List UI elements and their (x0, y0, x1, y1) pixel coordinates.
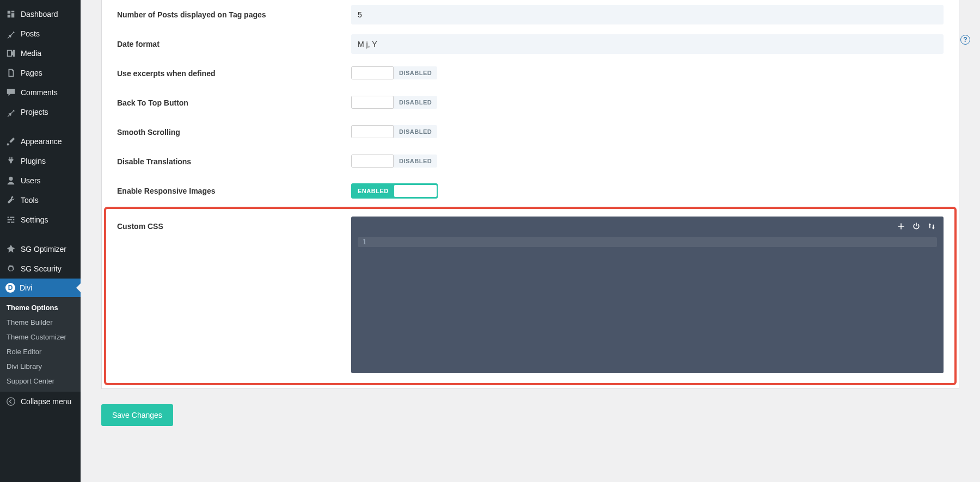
submenu-support-center[interactable]: Support Center (0, 374, 81, 388)
setting-label: Use excerpts when defined (117, 69, 351, 78)
pin-icon (5, 28, 16, 39)
toggle-state: DISABLED (394, 125, 437, 138)
save-changes-button[interactable]: Save Changes (101, 404, 173, 426)
sidebar-item-tools[interactable]: Tools (0, 190, 81, 210)
divi-icon: D (5, 283, 15, 293)
line-number: 1 (358, 237, 370, 247)
plug-icon (5, 156, 16, 166)
setting-back-to-top: Back To Top Button DISABLED (102, 88, 959, 118)
submenu-theme-builder[interactable]: Theme Builder (0, 315, 81, 330)
back-to-top-toggle[interactable]: DISABLED (351, 96, 437, 109)
sidebar-item-projects[interactable]: Projects (0, 102, 81, 122)
sidebar-item-label: Plugins (21, 157, 46, 165)
submenu-theme-options[interactable]: Theme Options (0, 300, 81, 315)
line-content[interactable] (370, 237, 937, 247)
setting-label: Date format (117, 40, 351, 48)
setting-use-excerpts: Use excerpts when defined DISABLED (102, 59, 959, 88)
sidebar-item-sg-optimizer[interactable]: SG Optimizer (0, 239, 81, 259)
pages-icon (5, 67, 16, 78)
sidebar-item-label: Users (21, 176, 41, 185)
sidebar-item-comments[interactable]: Comments (0, 83, 81, 102)
main-content: Number of Posts displayed on Tag pages D… (81, 0, 980, 482)
custom-css-label: Custom CSS (117, 217, 351, 373)
setting-label: Back To Top Button (117, 98, 351, 107)
sidebar-item-label: Dashboard (21, 10, 58, 18)
wrench-icon (5, 195, 16, 206)
setting-label: Smooth Scrolling (117, 128, 351, 137)
sidebar-item-label: Divi (20, 283, 32, 292)
sidebar-item-label: Projects (21, 108, 48, 116)
custom-css-highlight: Custom CSS 1 (104, 207, 957, 385)
media-icon (5, 48, 16, 59)
collapse-menu[interactable]: Collapse menu (0, 392, 81, 411)
sidebar-item-appearance[interactable]: Appearance (0, 132, 81, 151)
submenu-role-editor[interactable]: Role Editor (0, 344, 81, 359)
toggle-state: DISABLED (394, 66, 437, 79)
pin-icon (5, 107, 16, 118)
sidebar-item-label: Comments (21, 88, 58, 97)
sidebar-item-label: Pages (21, 69, 42, 77)
setting-responsive-images: Enable Responsive Images ENABLED (102, 176, 959, 206)
settings-panel: Number of Posts displayed on Tag pages D… (101, 0, 959, 389)
gear-icon (5, 263, 16, 274)
date-format-input[interactable] (351, 34, 944, 54)
sidebar-item-dashboard[interactable]: Dashboard (0, 4, 81, 24)
sidebar-item-label: SG Optimizer (21, 245, 66, 254)
toggle-state: DISABLED (394, 96, 437, 109)
sidebar-item-plugins[interactable]: Plugins (0, 151, 81, 171)
sidebar-item-settings[interactable]: Settings (0, 210, 81, 230)
setting-tag-posts: Number of Posts displayed on Tag pages (102, 0, 959, 29)
sidebar-item-divi[interactable]: D Divi (0, 279, 81, 297)
code-line: 1 (358, 237, 937, 247)
sidebar-item-pages[interactable]: Pages (0, 63, 81, 83)
sidebar-item-label: Media (21, 49, 41, 58)
disable-translations-toggle[interactable]: DISABLED (351, 155, 437, 168)
admin-sidebar: Dashboard Posts Media Pages Comments Pro… (0, 0, 81, 482)
sidebar-item-label: Tools (21, 196, 39, 205)
svg-point-0 (7, 398, 15, 405)
smooth-scrolling-toggle[interactable]: DISABLED (351, 125, 437, 138)
collapse-label: Collapse menu (21, 397, 71, 406)
toggle-state: ENABLED (352, 184, 394, 197)
setting-label: Enable Responsive Images (117, 187, 351, 195)
comment-icon (5, 87, 16, 98)
help-icon[interactable]: ? (960, 35, 970, 45)
dashboard-icon (5, 9, 16, 20)
setting-date-format: Date format (102, 29, 959, 59)
setting-disable-translations: Disable Translations DISABLED (102, 147, 959, 176)
responsive-images-toggle[interactable]: ENABLED (351, 183, 438, 199)
sidebar-item-media[interactable]: Media (0, 44, 81, 63)
sidebar-item-sg-security[interactable]: SG Security (0, 259, 81, 279)
editor-add-icon[interactable] (897, 222, 905, 232)
tag-posts-input[interactable] (351, 5, 944, 24)
submenu-divi-library[interactable]: Divi Library (0, 359, 81, 374)
sidebar-item-posts[interactable]: Posts (0, 24, 81, 44)
sidebar-item-label: Settings (21, 215, 48, 224)
sidebar-item-label: Posts (21, 29, 40, 38)
sliders-icon (5, 214, 16, 225)
custom-css-editor[interactable]: 1 (351, 217, 944, 373)
toggle-state: DISABLED (394, 155, 437, 168)
user-icon (5, 175, 16, 186)
editor-sort-icon[interactable] (927, 222, 936, 232)
editor-power-icon[interactable] (912, 222, 921, 232)
sidebar-item-users[interactable]: Users (0, 171, 81, 190)
excerpts-toggle[interactable]: DISABLED (351, 66, 437, 79)
setting-label: Disable Translations (117, 157, 351, 166)
rocket-icon (5, 244, 16, 255)
setting-label: Number of Posts displayed on Tag pages (117, 10, 351, 19)
submenu-theme-customizer[interactable]: Theme Customizer (0, 330, 81, 344)
sidebar-item-label: SG Security (21, 264, 62, 273)
setting-smooth-scrolling: Smooth Scrolling DISABLED (102, 118, 959, 147)
sidebar-item-label: Appearance (21, 137, 62, 146)
brush-icon (5, 136, 16, 147)
collapse-icon (5, 396, 16, 407)
divi-submenu: Theme Options Theme Builder Theme Custom… (0, 297, 81, 392)
